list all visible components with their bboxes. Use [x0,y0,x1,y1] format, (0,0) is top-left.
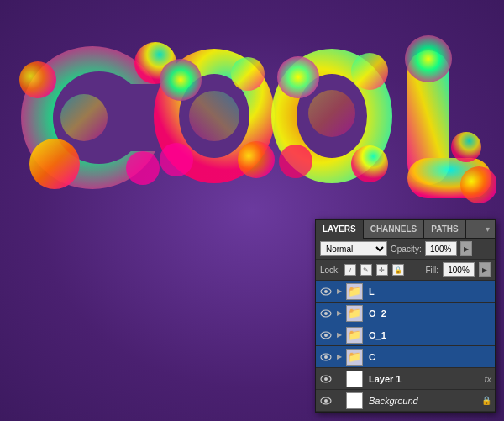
svg-point-25 [189,91,239,141]
layer-name-O1: O_1 [365,330,491,340]
layer-thumb-O1: 📁 [346,327,363,344]
lock-label: Lock: [320,266,340,275]
layer-thumb-layer1 [346,371,363,387]
layer-thumb-background [346,392,363,409]
layer-row-C[interactable]: ▶ 📁 C [316,346,495,368]
svg-point-32 [324,334,328,337]
tab-channels[interactable]: CHANNELS [364,220,425,239]
layer-name-background: Background [365,396,479,406]
blend-mode-row: Normal Opacity: ▶ [316,239,495,260]
layer-visibility-O2[interactable] [319,307,333,320]
layer-row-O1[interactable]: ▶ 📁 O_1 [316,324,495,346]
svg-point-15 [277,56,319,98]
cool-text [8,17,496,218]
layer-visibility-O1[interactable] [319,329,333,342]
lock-row: Lock: / ✎ ✛ 🔒 Fill: ▶ [316,260,495,281]
layer-name-layer1: Layer 1 [365,374,481,384]
svg-point-36 [324,377,328,381]
svg-point-18 [279,145,312,178]
svg-point-34 [324,355,328,359]
svg-point-23 [451,132,481,162]
svg-point-11 [238,141,275,178]
svg-point-21 [405,35,452,82]
layer-thumb-C: 📁 [346,349,363,366]
panel-tabs: LAYERS CHANNELS PATHS ▾ [316,220,495,239]
layer-visibility-L[interactable] [319,285,333,298]
svg-point-16 [351,53,388,90]
layer-expand-O2[interactable]: ▶ [335,307,344,320]
svg-point-10 [231,57,265,91]
panel-menu-button[interactable]: ▾ [480,220,495,239]
layer-fx-layer1: fx [484,374,491,384]
fill-label: Fill: [425,266,438,275]
layer-name-C: C [365,352,491,362]
svg-point-5 [19,61,56,98]
svg-point-17 [351,145,388,182]
layer-expand-O1[interactable]: ▶ [335,329,344,342]
layer-expand-C[interactable]: ▶ [335,350,344,364]
svg-point-3 [29,139,80,189]
layer-visibility-background[interactable] [319,394,333,408]
layer-name-O2: O_2 [365,308,491,318]
svg-point-12 [160,143,193,176]
opacity-arrow[interactable]: ▶ [460,241,472,256]
layer-lock-background: 🔒 [481,396,491,405]
opacity-input[interactable] [425,241,457,256]
layer-visibility-C[interactable] [319,350,333,364]
svg-point-9 [160,59,202,101]
layers-list: ▶ 📁 L ▶ 📁 O_2 ▶ 📁 O_1 [316,281,495,412]
tab-layers[interactable]: LAYERS [316,220,364,239]
svg-point-28 [324,290,328,293]
layer-thumb-O2: 📁 [346,305,363,322]
fill-input[interactable] [443,262,475,277]
svg-point-30 [324,312,328,315]
lock-transparent-icon[interactable]: / [344,264,356,276]
lock-pixels-icon[interactable]: ✎ [360,264,372,276]
layer-row-O2[interactable]: ▶ 📁 O_2 [316,303,495,324]
svg-point-6 [126,151,160,185]
fill-arrow[interactable]: ▶ [479,262,491,277]
tab-paths[interactable]: PATHS [424,220,465,239]
layer-row-background[interactable]: ▶ Background 🔒 [316,390,495,412]
lock-all-icon[interactable]: 🔒 [392,264,404,276]
layer-expand-L[interactable]: ▶ [335,285,344,298]
layer-row-layer1[interactable]: ▶ Layer 1 fx [316,368,495,390]
svg-point-24 [60,94,108,141]
blend-mode-select[interactable]: Normal [320,241,387,256]
opacity-label: Opacity: [391,245,422,254]
layer-name-L: L [365,287,491,297]
svg-point-26 [308,90,355,137]
svg-point-22 [460,166,496,203]
lock-move-icon[interactable]: ✛ [376,264,388,276]
layer-thumb-L: 📁 [346,283,363,300]
layers-panel: LAYERS CHANNELS PATHS ▾ Normal Opacity: … [315,219,496,413]
layer-visibility-layer1[interactable] [319,372,333,386]
svg-point-38 [324,399,328,403]
layer-row-L[interactable]: ▶ 📁 L [316,281,495,303]
